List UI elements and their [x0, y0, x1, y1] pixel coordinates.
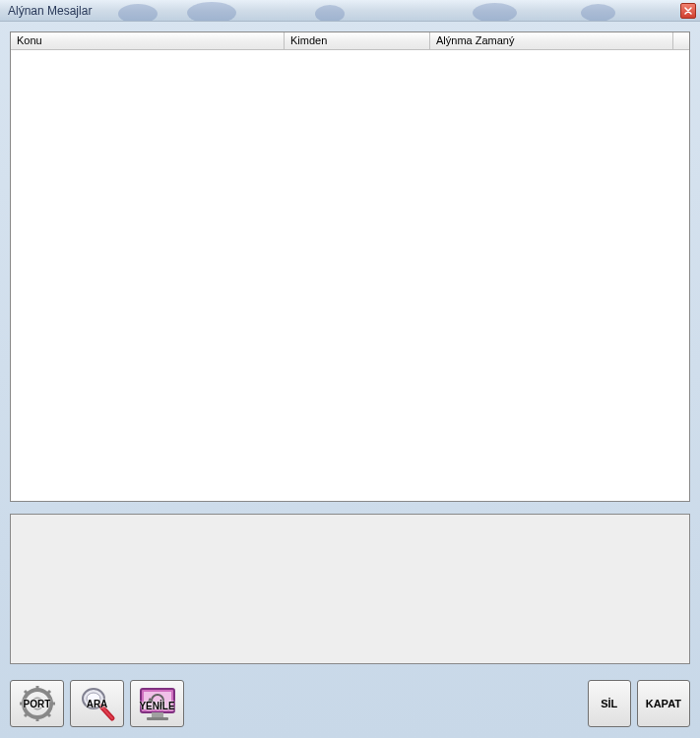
- gear-icon: [18, 684, 57, 723]
- titlebar: Alýnan Mesajlar: [0, 0, 700, 22]
- refresh-button[interactable]: YENİLE: [130, 680, 184, 727]
- svg-point-11: [87, 693, 100, 705]
- svg-point-9: [32, 698, 43, 709]
- message-preview-panel: [10, 514, 690, 664]
- button-bar: PORT ARA YENİLE SİL KAPAT: [10, 679, 690, 728]
- svg-rect-17: [147, 717, 168, 720]
- delete-button[interactable]: SİL: [588, 680, 631, 727]
- message-table: Konu Kimden Alýnma Zamaný: [10, 31, 690, 502]
- svg-rect-16: [152, 712, 163, 717]
- port-button[interactable]: PORT: [10, 680, 64, 727]
- close-icon: [684, 7, 692, 15]
- svg-line-13: [101, 707, 112, 718]
- monitor-refresh-icon: [137, 685, 178, 722]
- table-header: Konu Kimden Alýnma Zamaný: [11, 32, 689, 50]
- column-header-from[interactable]: Kimden: [285, 32, 430, 49]
- content-area: Konu Kimden Alýnma Zamaný: [0, 22, 700, 674]
- magnifier-icon: [78, 684, 117, 723]
- search-button[interactable]: ARA: [70, 680, 124, 727]
- window-close-button[interactable]: [680, 3, 696, 19]
- column-header-subject[interactable]: Konu: [11, 32, 285, 49]
- window-title: Alýnan Mesajlar: [8, 4, 92, 18]
- table-body[interactable]: [11, 50, 689, 501]
- column-header-scroll-spacer: [673, 32, 689, 49]
- close-button[interactable]: KAPAT: [637, 680, 690, 727]
- column-header-time[interactable]: Alýnma Zamaný: [430, 32, 673, 49]
